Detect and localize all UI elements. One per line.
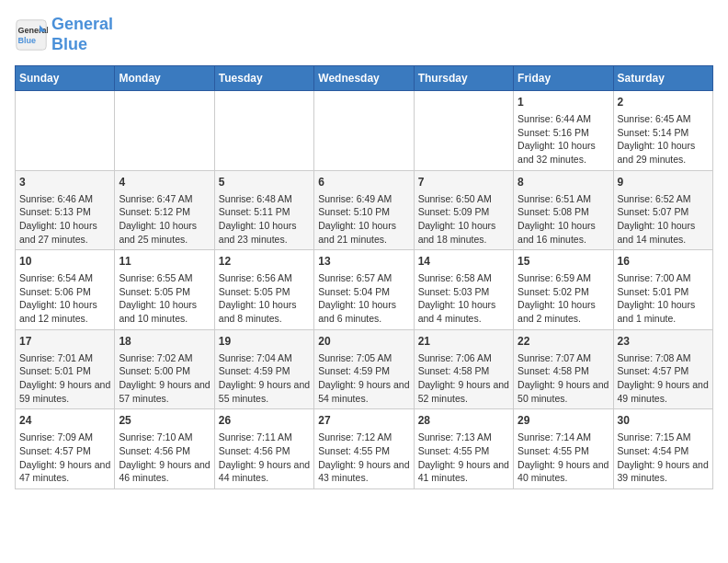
daylight-text: Daylight: 10 hours and 21 minutes. bbox=[318, 220, 396, 245]
day-number: 27 bbox=[318, 413, 409, 429]
sunrise-text: Sunrise: 6:57 AM bbox=[318, 272, 392, 283]
day-cell: 3Sunrise: 6:46 AMSunset: 5:13 PMDaylight… bbox=[16, 170, 115, 250]
sunrise-text: Sunrise: 7:13 AM bbox=[418, 431, 492, 442]
sunset-text: Sunset: 4:58 PM bbox=[418, 365, 490, 376]
daylight-text: Daylight: 9 hours and 44 minutes. bbox=[219, 459, 310, 484]
sunrise-text: Sunrise: 6:49 AM bbox=[318, 193, 392, 204]
sunrise-text: Sunrise: 7:12 AM bbox=[318, 431, 392, 442]
sunrise-text: Sunrise: 6:51 AM bbox=[518, 193, 591, 204]
sunset-text: Sunset: 5:05 PM bbox=[119, 286, 190, 297]
sunset-text: Sunset: 4:59 PM bbox=[219, 365, 290, 376]
day-number: 19 bbox=[219, 334, 310, 350]
weekday-tuesday: Tuesday bbox=[214, 66, 313, 91]
day-cell: 24Sunrise: 7:09 AMSunset: 4:57 PMDayligh… bbox=[16, 409, 115, 489]
sunset-text: Sunset: 4:55 PM bbox=[318, 445, 390, 456]
weekday-header-row: SundayMondayTuesdayWednesdayThursdayFrid… bbox=[16, 66, 713, 91]
day-cell: 7Sunrise: 6:50 AMSunset: 5:09 PMDaylight… bbox=[414, 170, 513, 250]
sunset-text: Sunset: 4:56 PM bbox=[119, 445, 190, 456]
daylight-text: Daylight: 9 hours and 40 minutes. bbox=[518, 459, 609, 484]
day-number: 28 bbox=[418, 413, 509, 429]
day-cell: 17Sunrise: 7:01 AMSunset: 5:01 PMDayligh… bbox=[16, 329, 115, 409]
sunset-text: Sunset: 4:56 PM bbox=[219, 445, 290, 456]
day-number: 7 bbox=[418, 175, 509, 190]
day-cell: 20Sunrise: 7:05 AMSunset: 4:59 PMDayligh… bbox=[314, 329, 414, 409]
daylight-text: Daylight: 9 hours and 57 minutes. bbox=[119, 379, 210, 404]
day-cell: 27Sunrise: 7:12 AMSunset: 4:55 PMDayligh… bbox=[314, 409, 414, 489]
sunrise-text: Sunrise: 6:58 AM bbox=[418, 272, 492, 283]
day-cell: 19Sunrise: 7:04 AMSunset: 4:59 PMDayligh… bbox=[214, 329, 313, 409]
daylight-text: Daylight: 10 hours and 18 minutes. bbox=[418, 220, 496, 245]
day-number: 16 bbox=[618, 254, 709, 270]
day-number: 1 bbox=[518, 95, 609, 110]
daylight-text: Daylight: 10 hours and 6 minutes. bbox=[318, 299, 396, 324]
daylight-text: Daylight: 10 hours and 12 minutes. bbox=[19, 299, 97, 324]
day-number: 25 bbox=[119, 413, 210, 429]
daylight-text: Daylight: 9 hours and 39 minutes. bbox=[618, 459, 709, 484]
day-cell: 6Sunrise: 6:49 AMSunset: 5:10 PMDaylight… bbox=[314, 170, 414, 250]
sunset-text: Sunset: 4:55 PM bbox=[518, 445, 589, 456]
day-cell: 30Sunrise: 7:15 AMSunset: 4:54 PMDayligh… bbox=[613, 409, 712, 489]
sunrise-text: Sunrise: 6:50 AM bbox=[418, 193, 492, 204]
day-cell: 22Sunrise: 7:07 AMSunset: 4:58 PMDayligh… bbox=[514, 329, 613, 409]
sunset-text: Sunset: 4:55 PM bbox=[418, 445, 490, 456]
sunrise-text: Sunrise: 6:56 AM bbox=[219, 272, 292, 283]
day-cell: 25Sunrise: 7:10 AMSunset: 4:56 PMDayligh… bbox=[115, 409, 214, 489]
sunset-text: Sunset: 5:04 PM bbox=[318, 286, 390, 297]
svg-text:Blue: Blue bbox=[18, 36, 37, 45]
sunrise-text: Sunrise: 6:55 AM bbox=[119, 272, 192, 283]
sunrise-text: Sunrise: 7:05 AM bbox=[318, 352, 392, 363]
sunrise-text: Sunrise: 6:46 AM bbox=[19, 193, 93, 204]
day-number: 10 bbox=[19, 254, 110, 270]
day-number: 12 bbox=[219, 254, 310, 270]
sunset-text: Sunset: 5:01 PM bbox=[618, 286, 689, 297]
daylight-text: Daylight: 9 hours and 41 minutes. bbox=[418, 459, 509, 484]
day-number: 9 bbox=[618, 175, 709, 190]
day-number: 26 bbox=[219, 413, 310, 429]
day-number: 14 bbox=[418, 254, 509, 270]
calendar-table: SundayMondayTuesdayWednesdayThursdayFrid… bbox=[15, 65, 713, 489]
daylight-text: Daylight: 10 hours and 4 minutes. bbox=[418, 299, 496, 324]
day-number: 22 bbox=[518, 334, 609, 350]
daylight-text: Daylight: 10 hours and 1 minute. bbox=[618, 299, 696, 324]
sunrise-text: Sunrise: 6:45 AM bbox=[618, 113, 691, 124]
day-number: 13 bbox=[318, 254, 409, 270]
sunrise-text: Sunrise: 7:01 AM bbox=[19, 352, 93, 363]
daylight-text: Daylight: 10 hours and 25 minutes. bbox=[119, 220, 197, 245]
weekday-wednesday: Wednesday bbox=[314, 66, 414, 91]
daylight-text: Daylight: 10 hours and 2 minutes. bbox=[518, 299, 596, 324]
day-cell: 12Sunrise: 6:56 AMSunset: 5:05 PMDayligh… bbox=[214, 250, 313, 330]
day-number: 4 bbox=[119, 175, 210, 190]
sunrise-text: Sunrise: 7:10 AM bbox=[119, 431, 192, 442]
day-cell: 1Sunrise: 6:44 AMSunset: 5:16 PMDaylight… bbox=[514, 91, 613, 171]
day-number: 29 bbox=[518, 413, 609, 429]
day-cell: 28Sunrise: 7:13 AMSunset: 4:55 PMDayligh… bbox=[414, 409, 513, 489]
day-cell: 11Sunrise: 6:55 AMSunset: 5:05 PMDayligh… bbox=[115, 250, 214, 330]
sunset-text: Sunset: 5:08 PM bbox=[518, 206, 589, 217]
weekday-monday: Monday bbox=[115, 66, 214, 91]
week-row-4: 17Sunrise: 7:01 AMSunset: 5:01 PMDayligh… bbox=[16, 329, 713, 409]
day-cell: 14Sunrise: 6:58 AMSunset: 5:03 PMDayligh… bbox=[414, 250, 513, 330]
sunrise-text: Sunrise: 7:04 AM bbox=[219, 352, 292, 363]
day-number: 17 bbox=[19, 334, 110, 350]
weekday-thursday: Thursday bbox=[414, 66, 513, 91]
daylight-text: Daylight: 9 hours and 43 minutes. bbox=[318, 459, 409, 484]
page-header: General Blue General Blue bbox=[15, 15, 713, 54]
sunset-text: Sunset: 5:12 PM bbox=[119, 206, 190, 217]
daylight-text: Daylight: 10 hours and 16 minutes. bbox=[518, 220, 596, 245]
weekday-sunday: Sunday bbox=[16, 66, 115, 91]
daylight-text: Daylight: 10 hours and 32 minutes. bbox=[518, 140, 596, 165]
daylight-text: Daylight: 9 hours and 47 minutes. bbox=[19, 459, 110, 484]
daylight-text: Daylight: 9 hours and 55 minutes. bbox=[219, 379, 310, 404]
daylight-text: Daylight: 10 hours and 8 minutes. bbox=[219, 299, 297, 324]
daylight-text: Daylight: 10 hours and 29 minutes. bbox=[618, 140, 696, 165]
sunrise-text: Sunrise: 7:11 AM bbox=[219, 431, 292, 442]
sunrise-text: Sunrise: 7:09 AM bbox=[19, 431, 93, 442]
sunrise-text: Sunrise: 7:14 AM bbox=[518, 431, 591, 442]
day-number: 21 bbox=[418, 334, 509, 350]
sunrise-text: Sunrise: 7:15 AM bbox=[618, 431, 691, 442]
sunset-text: Sunset: 5:09 PM bbox=[418, 206, 490, 217]
sunset-text: Sunset: 5:07 PM bbox=[618, 206, 689, 217]
day-cell: 8Sunrise: 6:51 AMSunset: 5:08 PMDaylight… bbox=[514, 170, 613, 250]
sunrise-text: Sunrise: 6:54 AM bbox=[19, 272, 93, 283]
day-cell bbox=[214, 91, 313, 171]
